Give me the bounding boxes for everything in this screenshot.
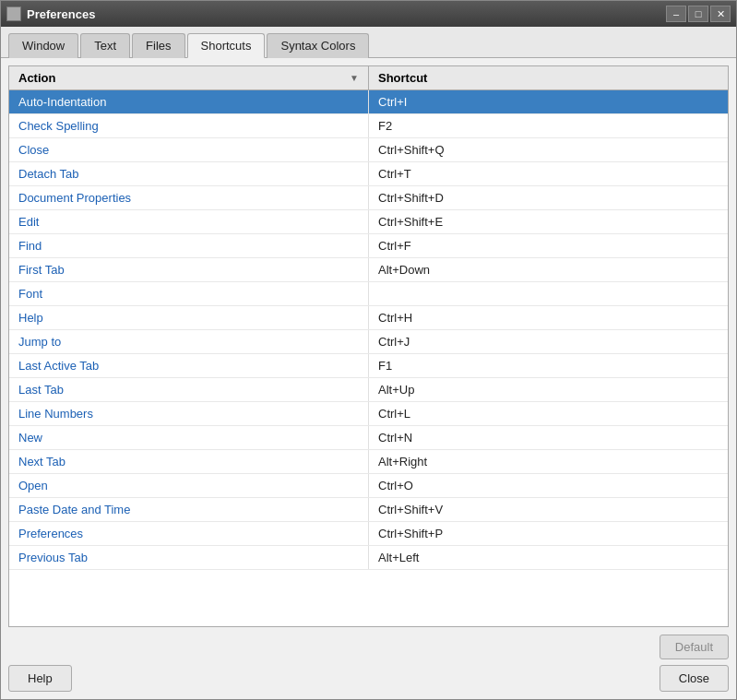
cell-action: Detach Tab	[9, 162, 369, 185]
preferences-window: Preferences – □ ✕ Window Text Files Shor…	[0, 0, 737, 700]
table-row[interactable]: NewCtrl+N	[9, 426, 728, 450]
cell-action: Previous Tab	[9, 546, 369, 569]
cell-shortcut: Ctrl+J	[369, 330, 728, 353]
cell-action: Font	[9, 282, 369, 305]
cell-shortcut: Ctrl+Shift+Q	[369, 138, 728, 161]
cell-action: Next Tab	[9, 450, 369, 473]
titlebar-left: Preferences	[6, 6, 95, 21]
cell-shortcut: Ctrl+L	[369, 402, 728, 425]
table-row[interactable]: Line NumbersCtrl+L	[9, 402, 728, 426]
table-row[interactable]: Detach TabCtrl+T	[9, 162, 728, 186]
maximize-button[interactable]: □	[688, 6, 708, 22]
table-header: Action ▼ Shortcut	[9, 66, 728, 90]
cell-shortcut: Ctrl+I	[369, 90, 728, 113]
cell-shortcut: Ctrl+Shift+P	[369, 522, 728, 545]
cell-shortcut: Alt+Right	[369, 450, 728, 473]
cell-action: Find	[9, 234, 369, 257]
tab-window[interactable]: Window	[8, 33, 78, 58]
cell-shortcut: Ctrl+Shift+D	[369, 186, 728, 209]
cell-action: Last Active Tab	[9, 354, 369, 377]
tab-text[interactable]: Text	[80, 33, 130, 58]
cell-shortcut	[369, 282, 728, 305]
cell-action: Paste Date and Time	[9, 498, 369, 521]
titlebar-controls: – □ ✕	[666, 6, 731, 22]
default-button[interactable]: Default	[660, 635, 729, 659]
table-row[interactable]: Last TabAlt+Up	[9, 378, 728, 402]
tab-shortcuts[interactable]: Shortcuts	[187, 33, 266, 58]
table-row[interactable]: Document PropertiesCtrl+Shift+D	[9, 186, 728, 210]
tab-syntax-colors[interactable]: Syntax Colors	[267, 33, 369, 58]
table-row[interactable]: Previous TabAlt+Left	[9, 546, 728, 570]
cell-shortcut: Alt+Left	[369, 546, 728, 569]
table-row[interactable]: EditCtrl+Shift+E	[9, 210, 728, 234]
table-row[interactable]: Font	[9, 282, 728, 306]
header-action: Action ▼	[9, 66, 369, 89]
minimize-button[interactable]: –	[666, 6, 686, 22]
cell-shortcut: F2	[369, 114, 728, 137]
cell-action: Last Tab	[9, 378, 369, 401]
cell-action: Jump to	[9, 330, 369, 353]
table-body[interactable]: Auto-IndentationCtrl+ICheck SpellingF2Cl…	[9, 90, 728, 626]
cell-shortcut: Ctrl+O	[369, 474, 728, 497]
titlebar: Preferences – □ ✕	[1, 1, 736, 27]
table-row[interactable]: Last Active TabF1	[9, 354, 728, 378]
close-button[interactable]: Close	[660, 665, 729, 692]
table-row[interactable]: Check SpellingF2	[9, 114, 728, 138]
bottom-area: Default Help Close	[8, 635, 729, 692]
tab-files[interactable]: Files	[132, 33, 184, 58]
table-row[interactable]: Next TabAlt+Right	[9, 450, 728, 474]
close-window-button[interactable]: ✕	[710, 6, 731, 22]
table-row[interactable]: First TabAlt+Down	[9, 258, 728, 282]
help-button[interactable]: Help	[8, 665, 72, 692]
default-row: Default	[8, 635, 729, 659]
cell-shortcut: Ctrl+T	[369, 162, 728, 185]
table-row[interactable]: PreferencesCtrl+Shift+P	[9, 522, 728, 546]
cell-action: Preferences	[9, 522, 369, 545]
cell-action: Auto-Indentation	[9, 90, 369, 113]
cell-action: Close	[9, 138, 369, 161]
cell-shortcut: Ctrl+N	[369, 426, 728, 449]
cell-shortcut: Ctrl+F	[369, 234, 728, 257]
shortcuts-table: Action ▼ Shortcut Auto-IndentationCtrl+I…	[8, 65, 729, 627]
cell-shortcut: Alt+Down	[369, 258, 728, 281]
table-row[interactable]: FindCtrl+F	[9, 234, 728, 258]
tabs-area: Window Text Files Shortcuts Syntax Color…	[1, 27, 736, 58]
cell-action: Document Properties	[9, 186, 369, 209]
cell-action: First Tab	[9, 258, 369, 281]
table-row[interactable]: Jump toCtrl+J	[9, 330, 728, 354]
cell-shortcut: Ctrl+H	[369, 306, 728, 329]
cell-action: New	[9, 426, 369, 449]
table-row[interactable]: OpenCtrl+O	[9, 474, 728, 498]
content-area: Action ▼ Shortcut Auto-IndentationCtrl+I…	[1, 58, 736, 699]
cell-action: Edit	[9, 210, 369, 233]
cell-action: Check Spelling	[9, 114, 369, 137]
sort-arrow-icon: ▼	[350, 73, 359, 83]
cell-shortcut: Ctrl+Shift+E	[369, 210, 728, 233]
cell-shortcut: F1	[369, 354, 728, 377]
table-row[interactable]: CloseCtrl+Shift+Q	[9, 138, 728, 162]
cell-shortcut: Alt+Up	[369, 378, 728, 401]
window-title: Preferences	[27, 7, 95, 21]
table-row[interactable]: Auto-IndentationCtrl+I	[9, 90, 728, 114]
cell-shortcut: Ctrl+Shift+V	[369, 498, 728, 521]
action-row: Help Close	[8, 665, 729, 692]
cell-action: Help	[9, 306, 369, 329]
table-row[interactable]: Paste Date and TimeCtrl+Shift+V	[9, 498, 728, 522]
cell-action: Open	[9, 474, 369, 497]
cell-action: Line Numbers	[9, 402, 369, 425]
table-row[interactable]: HelpCtrl+H	[9, 306, 728, 330]
header-shortcut: Shortcut	[369, 66, 728, 89]
app-icon	[6, 6, 21, 21]
